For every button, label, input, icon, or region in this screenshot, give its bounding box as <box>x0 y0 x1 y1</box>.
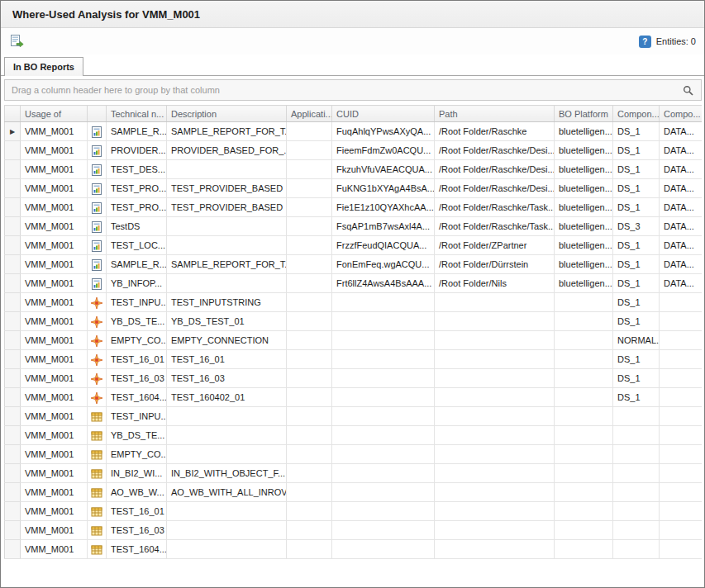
cell-platform[interactable] <box>555 483 613 502</box>
cell-component_type[interactable]: DATA... <box>660 217 703 236</box>
row-indicator[interactable] <box>5 141 21 160</box>
cell-technical[interactable]: TEST_16_01 <box>107 502 167 521</box>
cell-component[interactable]: DS_1 <box>613 236 660 255</box>
cell-application[interactable] <box>287 274 332 293</box>
cell-component_type[interactable] <box>660 312 703 331</box>
cell-cuid[interactable] <box>332 502 435 521</box>
cell-description[interactable]: PROVIDER_BASED_FOR_... <box>167 141 287 160</box>
table-row[interactable]: VMM_M001 PROVIDER...PROVIDER_BASED_FOR_.… <box>5 141 703 160</box>
cell-application[interactable] <box>287 445 332 464</box>
cell-icon[interactable] <box>88 426 107 445</box>
cell-component_type[interactable] <box>660 521 703 540</box>
cell-description[interactable]: TEST_INPUTSTRING <box>167 293 287 312</box>
cell-description[interactable] <box>167 236 287 255</box>
cell-application[interactable] <box>287 293 332 312</box>
cell-component[interactable] <box>613 407 660 426</box>
cell-usage[interactable]: VMM_M001 <box>21 179 88 198</box>
cell-usage[interactable]: VMM_M001 <box>21 369 88 388</box>
cell-description[interactable] <box>167 445 287 464</box>
cell-cuid[interactable]: FrzzfFeudQIACQUA... <box>332 236 435 255</box>
cell-cuid[interactable]: FuKNG1bXYAgA4BsA... <box>332 179 435 198</box>
cell-platform[interactable] <box>555 464 613 483</box>
cell-platform[interactable]: bluetelligen... <box>555 141 613 160</box>
row-indicator[interactable] <box>5 331 21 350</box>
row-indicator[interactable] <box>5 236 21 255</box>
cell-usage[interactable]: VMM_M001 <box>21 388 88 407</box>
cell-description[interactable] <box>167 407 287 426</box>
cell-platform[interactable]: bluetelligen... <box>555 236 613 255</box>
cell-usage[interactable]: VMM_M001 <box>21 274 88 293</box>
cell-description[interactable]: IN_BI2_WITH_OBJECT_F... <box>167 464 287 483</box>
cell-path[interactable] <box>435 483 555 502</box>
cell-application[interactable] <box>287 179 332 198</box>
cell-description[interactable]: TEST_16_01 <box>167 350 287 369</box>
cell-cuid[interactable]: Frt6llZ4AwsA4BsAAA... <box>332 274 435 293</box>
cell-component[interactable]: DS_1 <box>613 198 660 217</box>
cell-technical[interactable]: TEST_1604... <box>107 388 167 407</box>
cell-platform[interactable] <box>555 445 613 464</box>
cell-cuid[interactable] <box>332 312 435 331</box>
cell-cuid[interactable] <box>332 483 435 502</box>
cell-application[interactable] <box>287 502 332 521</box>
cell-technical[interactable]: TEST_INPU... <box>107 293 167 312</box>
cell-description[interactable] <box>167 521 287 540</box>
cell-path[interactable] <box>435 350 555 369</box>
cell-path[interactable] <box>435 540 555 559</box>
cell-usage[interactable]: VMM_M001 <box>21 236 88 255</box>
row-indicator[interactable] <box>5 388 21 407</box>
cell-icon[interactable] <box>88 236 107 255</box>
cell-description[interactable]: SAMPLE_REPORT_FOR_T... <box>167 122 287 141</box>
cell-usage[interactable]: VMM_M001 <box>21 426 88 445</box>
cell-platform[interactable] <box>555 521 613 540</box>
cell-technical[interactable]: TEST_16_03 <box>107 521 167 540</box>
cell-platform[interactable] <box>555 388 613 407</box>
cell-usage[interactable]: VMM_M001 <box>21 122 88 141</box>
row-indicator[interactable] <box>5 217 21 236</box>
cell-platform[interactable] <box>555 502 613 521</box>
cell-path[interactable]: /Root Folder/Raschke <box>435 122 555 141</box>
cell-usage[interactable]: VMM_M001 <box>21 198 88 217</box>
cell-cuid[interactable] <box>332 445 435 464</box>
cell-component_type[interactable] <box>660 540 703 559</box>
cell-icon[interactable] <box>88 141 107 160</box>
cell-application[interactable] <box>287 464 332 483</box>
cell-component[interactable] <box>613 540 660 559</box>
cell-component[interactable]: DS_1 <box>613 122 660 141</box>
table-row[interactable]: VMM_M001 TEST_PRO...TEST_PROVIDER_BASEDF… <box>5 198 703 217</box>
cell-application[interactable] <box>287 122 332 141</box>
column-header-path[interactable]: Path <box>435 106 555 122</box>
cell-application[interactable] <box>287 312 332 331</box>
cell-usage[interactable]: VMM_M001 <box>21 407 88 426</box>
cell-platform[interactable]: bluetelligen... <box>555 217 613 236</box>
row-indicator[interactable] <box>5 540 21 559</box>
cell-component_type[interactable]: DATA... <box>660 274 703 293</box>
table-row[interactable]: VMM_M001 SAMPLE_R...SAMPLE_REPORT_FOR_T.… <box>5 255 703 274</box>
cell-component_type[interactable]: DATA... <box>660 141 703 160</box>
table-row[interactable]: VMM_M001 TEST_16_03TEST_16_03DS_1 <box>5 369 703 388</box>
cell-component_type[interactable]: DATA... <box>660 179 703 198</box>
cell-usage[interactable]: VMM_M001 <box>21 312 88 331</box>
cell-technical[interactable]: EMPTY_CO... <box>107 445 167 464</box>
cell-icon[interactable] <box>88 312 107 331</box>
table-row[interactable]: VMM_M001 TEST_1604... <box>5 540 703 559</box>
cell-technical[interactable]: PROVIDER... <box>107 141 167 160</box>
cell-component_type[interactable]: DATA... <box>660 236 703 255</box>
row-indicator[interactable] <box>5 426 21 445</box>
cell-description[interactable]: TEST_PROVIDER_BASED <box>167 198 287 217</box>
cell-description[interactable] <box>167 426 287 445</box>
cell-application[interactable] <box>287 407 332 426</box>
cell-path[interactable] <box>435 312 555 331</box>
cell-application[interactable] <box>287 521 332 540</box>
cell-cuid[interactable] <box>332 350 435 369</box>
cell-cuid[interactable]: FuqAhlqYPwsAXyQA... <box>332 122 435 141</box>
table-row[interactable]: VMM_M001 TestDSFsqAP1mB7wsAxl4A.../Root … <box>5 217 703 236</box>
cell-icon[interactable] <box>88 407 107 426</box>
cell-technical[interactable]: TEST_DES... <box>107 160 167 179</box>
search-icon[interactable] <box>679 82 696 98</box>
cell-description[interactable] <box>167 502 287 521</box>
cell-technical[interactable]: SAMPLE_R... <box>107 255 167 274</box>
cell-component_type[interactable]: DATA... <box>660 255 703 274</box>
cell-technical[interactable]: IN_BI2_WI... <box>107 464 167 483</box>
cell-component_type[interactable] <box>660 483 703 502</box>
table-row[interactable]: VMM_M001 YB_DS_TE...YB_DS_TEST_01DS_1 <box>5 312 703 331</box>
